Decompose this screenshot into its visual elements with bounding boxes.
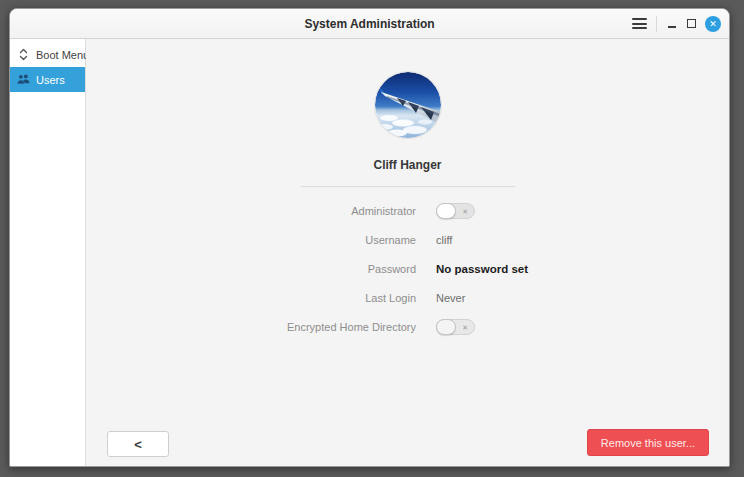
toggle-knob xyxy=(436,319,456,335)
sidebar: Boot Menu Users xyxy=(10,39,86,467)
back-chevron-icon: < xyxy=(134,437,142,452)
field-label: Encrypted Home Directory xyxy=(86,321,416,333)
field-label: Administrator xyxy=(86,205,416,217)
user-full-name: Cliff Hanger xyxy=(373,158,441,172)
boot-order-icon xyxy=(17,48,30,61)
titlebar: System Administration ✕ xyxy=(10,9,729,39)
back-button[interactable]: < xyxy=(107,431,169,457)
close-icon[interactable]: ✕ xyxy=(705,16,721,32)
sidebar-item-label: Boot Menu xyxy=(36,49,89,61)
toggle-off-icon: ✕ xyxy=(462,207,468,214)
user-avatar[interactable] xyxy=(375,72,441,138)
menu-icon[interactable] xyxy=(632,18,647,29)
field-row-administrator: Administrator ✕ xyxy=(86,196,729,225)
password-value[interactable]: No password set xyxy=(416,263,528,275)
field-row-username: Username cliff xyxy=(86,225,729,254)
controls-divider xyxy=(656,16,657,32)
field-row-last-login: Last Login Never xyxy=(86,283,729,312)
remove-user-button[interactable]: Remove this user... xyxy=(587,429,709,456)
maximize-icon[interactable] xyxy=(687,19,696,28)
last-login-value: Never xyxy=(416,292,465,304)
field-row-password: Password No password set xyxy=(86,254,729,283)
field-row-encrypted-home: Encrypted Home Directory ✕ xyxy=(86,312,729,341)
users-icon xyxy=(17,73,30,86)
section-divider xyxy=(301,186,515,187)
sidebar-item-label: Users xyxy=(36,74,65,86)
window-title: System Administration xyxy=(10,17,729,31)
sidebar-item-users[interactable]: Users xyxy=(10,67,85,92)
window-controls: ✕ xyxy=(632,16,729,32)
minimize-icon[interactable] xyxy=(666,18,678,30)
field-label: Last Login xyxy=(86,292,416,304)
sidebar-item-boot-menu[interactable]: Boot Menu xyxy=(10,42,85,67)
field-label: Username xyxy=(86,234,416,246)
user-fields-form: Administrator ✕ Username cliff Password … xyxy=(86,196,729,341)
username-value: cliff xyxy=(416,234,452,246)
administrator-toggle[interactable]: ✕ xyxy=(436,203,475,219)
encrypted-home-toggle[interactable]: ✕ xyxy=(436,319,475,335)
field-label: Password xyxy=(86,263,416,275)
system-administration-window: System Administration ✕ Boot Menu xyxy=(9,8,730,467)
toggle-off-icon: ✕ xyxy=(462,323,468,330)
toggle-knob xyxy=(436,203,456,219)
user-detail-panel: Cliff Hanger Administrator ✕ Username cl… xyxy=(86,39,729,467)
